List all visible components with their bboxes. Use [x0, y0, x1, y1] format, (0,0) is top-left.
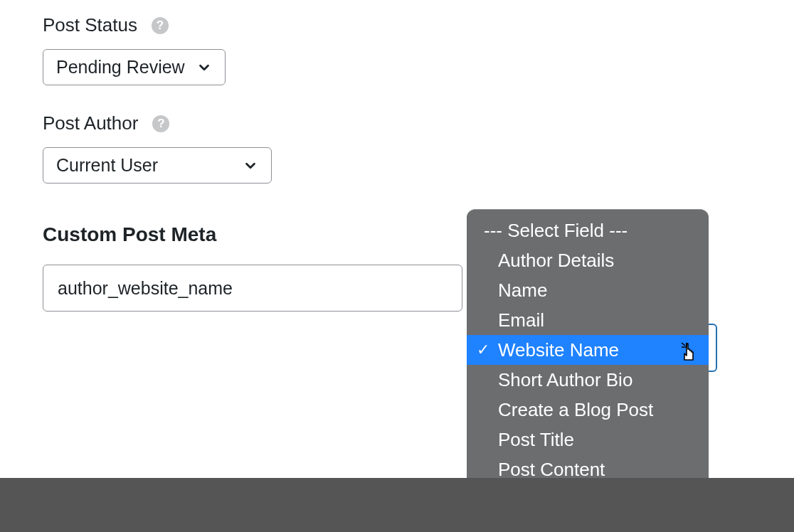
help-icon[interactable]: ?: [152, 17, 169, 34]
dropdown-option[interactable]: --- Select Field ---: [467, 216, 709, 245]
dropdown-option-label: Create a Blog Post: [498, 399, 653, 420]
dropdown-option-label: Post Title: [498, 429, 574, 450]
dropdown-option-label: Name: [498, 280, 547, 301]
post-status-select[interactable]: Pending Review: [43, 49, 226, 85]
dropdown-option[interactable]: Create a Blog Post: [467, 395, 709, 425]
field-dropdown-menu[interactable]: --- Select Field ---Author DetailsNameEm…: [467, 209, 709, 499]
help-icon[interactable]: ?: [152, 115, 169, 132]
dropdown-option-label: Author Details: [498, 250, 614, 271]
meta-key-input[interactable]: [43, 265, 462, 312]
dropdown-option[interactable]: Email: [467, 305, 709, 335]
dropdown-option-label: Website Name: [498, 339, 619, 361]
chevron-down-icon: [243, 158, 258, 174]
dropdown-option-label: Email: [498, 309, 544, 331]
dropdown-option-label: Short Author Bio: [498, 369, 632, 390]
chevron-down-icon: [196, 60, 212, 75]
post-author-label: Post Author: [43, 112, 138, 134]
dropdown-option[interactable]: Author Details: [467, 245, 709, 275]
dropdown-option[interactable]: Post Title: [467, 425, 709, 454]
check-icon: ✓: [477, 341, 489, 359]
post-author-value: Current User: [56, 155, 231, 176]
dropdown-option[interactable]: ✓Website Name: [467, 335, 709, 365]
footer-bar: [0, 478, 794, 532]
dropdown-option[interactable]: Short Author Bio: [467, 365, 709, 395]
post-status-value: Pending Review: [56, 57, 185, 78]
dropdown-option-label: Post Content: [498, 459, 605, 480]
dropdown-option-label: --- Select Field ---: [484, 220, 628, 241]
post-author-select[interactable]: Current User: [43, 147, 272, 183]
post-status-label: Post Status: [43, 14, 137, 36]
dropdown-option[interactable]: Name: [467, 275, 709, 305]
